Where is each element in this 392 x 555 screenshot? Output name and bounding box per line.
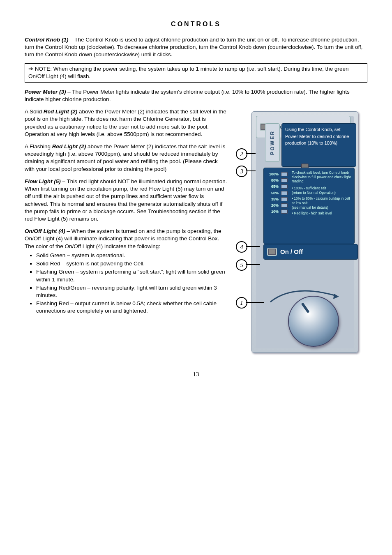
onoff-box: On / Off bbox=[263, 244, 358, 260]
callout-line bbox=[246, 246, 260, 247]
meter-note: (return to Normal Operation) bbox=[292, 191, 352, 195]
body-control-knob: – The Control Knob is used to adjust chl… bbox=[25, 37, 362, 58]
label-onoff-light: On/Off Light (4) bbox=[25, 228, 65, 234]
meter-pct: 50% bbox=[266, 191, 279, 196]
note-box: ➔ NOTE: When changing the power setting,… bbox=[25, 63, 367, 82]
power-label-text: POWER bbox=[269, 130, 276, 155]
meter-pct: 10% bbox=[266, 209, 279, 214]
txt: A Flashing bbox=[25, 143, 52, 150]
panel-inner: POWER Using the Control Knob, set Power … bbox=[256, 116, 354, 348]
power-label-box: POWER bbox=[265, 123, 280, 162]
body-power-meter: – The Power Meter lights indicate the sy… bbox=[25, 89, 350, 102]
callout-line bbox=[246, 153, 256, 154]
callout-1: 1 bbox=[236, 297, 247, 309]
meter-led-icon bbox=[281, 184, 288, 189]
note-text: NOTE: When changing the power setting, t… bbox=[28, 66, 349, 79]
meter-note: • 10% to 80% - calcium buildup in cell o… bbox=[292, 196, 352, 205]
para-control-knob: Control Knob (1) – The Control Knob is u… bbox=[25, 36, 367, 59]
meter-led-icon bbox=[281, 197, 288, 201]
onoff-bullet-list: Solid Green – system is operational. Sol… bbox=[36, 252, 228, 315]
label-power-meter: Power Meter (3) bbox=[25, 89, 66, 95]
meter-note: • Red light - high salt level bbox=[292, 211, 352, 216]
svg-marker-0 bbox=[333, 294, 339, 299]
label-red-light: Red Light (2) bbox=[44, 108, 78, 115]
meter-note: (see manual for details) bbox=[292, 205, 352, 210]
list-item: Flashing Green – system is performing a … bbox=[36, 268, 228, 283]
panel-body: POWER Using the Control Knob, set Power … bbox=[251, 111, 358, 353]
control-panel-illustration: POWER Using the Control Knob, set Power … bbox=[236, 111, 359, 354]
body-flow-light: – This red light should NOT be illuminat… bbox=[25, 178, 227, 222]
instruction-box-top: Using the Control Knob, set Power Meter … bbox=[281, 123, 356, 167]
onoff-led-icon bbox=[268, 249, 276, 255]
meter-pct: 80% bbox=[266, 178, 279, 183]
meter-pct: 35% bbox=[266, 197, 279, 202]
callout-4: 4 bbox=[236, 241, 247, 253]
meter-led-icon bbox=[281, 210, 288, 214]
page-number: 13 bbox=[25, 370, 367, 378]
page-title: CONTROLS bbox=[25, 20, 367, 29]
instruction-text: Using the Control Knob, set Power Meter … bbox=[285, 126, 353, 147]
callout-line bbox=[246, 170, 256, 171]
callout-5: 5 bbox=[236, 259, 247, 271]
meter-note: • 100% - sufficient salt bbox=[292, 186, 352, 191]
list-item: Solid Red – system is not powering the C… bbox=[36, 260, 228, 267]
callout-line bbox=[246, 264, 260, 265]
label-red-light-2: Red Light (2) bbox=[52, 143, 86, 150]
list-item: Solid Green – system is operational. bbox=[36, 252, 228, 259]
callout-3: 3 bbox=[236, 166, 247, 177]
txt: A Solid bbox=[25, 108, 44, 115]
meter-led-icon bbox=[281, 203, 288, 207]
list-item: Flashing Red/Green – reversing polarity;… bbox=[36, 284, 228, 299]
meter-pct: 20% bbox=[266, 203, 279, 208]
para-power-meter: Power Meter (3) – The Power Meter lights… bbox=[25, 88, 367, 103]
label-control-knob: Control Knob (1) bbox=[25, 37, 68, 43]
callout-line bbox=[246, 302, 264, 303]
para-solid-red: A Solid Red Light (2) above the Power Me… bbox=[25, 108, 228, 138]
list-item: Flashing Red – output current is below 0… bbox=[36, 300, 228, 315]
meter-led-icon bbox=[281, 178, 288, 182]
onoff-label: On / Off bbox=[280, 248, 303, 256]
meter-box: 100% 80% 65% 50% 35% 20% 10% To check sa… bbox=[263, 168, 355, 244]
knob-pointer-icon bbox=[301, 302, 310, 313]
para-onoff-light: On/Off Light (4) – When the system is tu… bbox=[25, 228, 228, 250]
label-flow-light: Flow Light (5) bbox=[25, 178, 61, 184]
callout-2: 2 bbox=[236, 148, 247, 160]
meter-pct: 100% bbox=[266, 172, 279, 177]
para-flow-light: Flow Light (5) – This red light should N… bbox=[25, 178, 228, 223]
control-knob-icon bbox=[288, 296, 339, 347]
para-flashing-red: A Flashing Red Light (2) above the Power… bbox=[25, 143, 228, 173]
meter-pct: 65% bbox=[266, 184, 279, 189]
meter-led-icon bbox=[281, 191, 288, 195]
meter-led-icon bbox=[281, 172, 288, 176]
meter-head-text: To check salt level, turn Control knob c… bbox=[292, 170, 352, 184]
